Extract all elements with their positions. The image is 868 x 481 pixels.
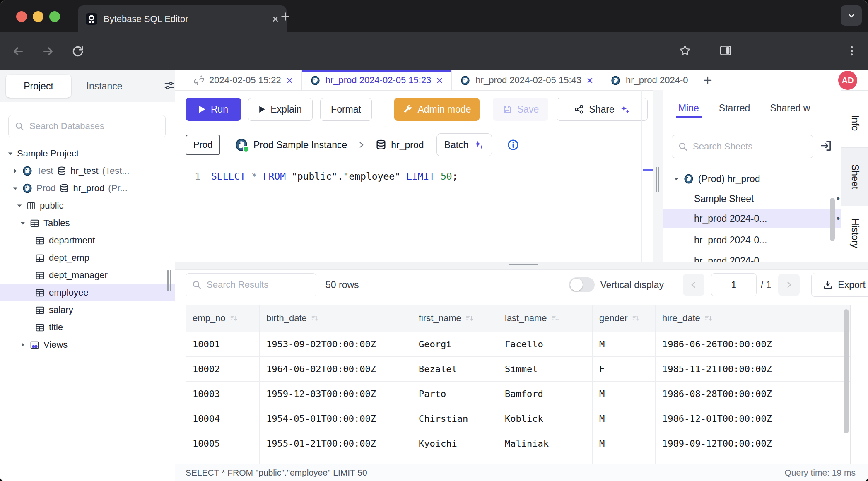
results-resize-divider[interactable]	[175, 262, 868, 270]
caret-right-icon[interactable]	[20, 342, 26, 348]
tab-mine[interactable]: Mine	[678, 103, 699, 114]
cell-emp-no[interactable]: 10005	[186, 431, 260, 456]
share-button[interactable]: Share	[557, 98, 648, 121]
cell-hire-date[interactable]: 1986-12-01T00:00:00Z	[656, 406, 812, 431]
tree-group-tables[interactable]: Tables	[0, 214, 195, 232]
table-row[interactable]: 10001 1953-09-02T00:00:00Z Georgi Facell…	[186, 332, 850, 357]
cell-last-name[interactable]: Simmel	[498, 357, 593, 381]
tab-project[interactable]: Project	[6, 75, 71, 98]
cell-last-name[interactable]: Koblick	[498, 406, 593, 431]
column-header-emp-no[interactable]: emp_no	[186, 305, 260, 332]
sql-editor-line[interactable]: 1 SELECT * FROM "public"."employee" LIMI…	[175, 168, 641, 185]
table-row[interactable]: 10006 1953-04-20T00:00:00Z Anneke Preusi…	[186, 456, 850, 464]
caret-down-icon[interactable]	[7, 151, 13, 156]
tree-item-hr-test[interactable]: Test hr_test (Test...	[0, 162, 187, 180]
table-row[interactable]: 10002 1964-06-02T00:00:00Z Bezalel Simme…	[186, 357, 850, 382]
sheet-item-4-clipped[interactable]: hr_prod 2024-0	[663, 251, 841, 262]
sheet-menu-icon[interactable]: •••	[837, 213, 841, 224]
window-zoom-button[interactable]	[49, 11, 60, 22]
tab-search-button[interactable]	[841, 5, 862, 26]
sheet-item-selected[interactable]: hr_prod 2024-0... •••	[663, 209, 841, 228]
cell-birth-date[interactable]: 1953-04-20T00:00:00Z	[260, 456, 412, 464]
cell-first-name[interactable]: Chirstian	[412, 406, 498, 431]
cell-gender[interactable]: F	[593, 456, 656, 464]
sheet-tab-2-active[interactable]: hr_prod 2024-02-05 15:23	[302, 70, 452, 90]
cell-last-name[interactable]: Maliniak	[498, 431, 593, 456]
table-row[interactable]: 10003 1959-12-03T00:00:00Z Parto Bamford…	[186, 382, 850, 406]
export-button[interactable]: Export	[811, 273, 868, 297]
cell-first-name[interactable]: Parto	[412, 382, 498, 406]
reload-icon[interactable]	[71, 45, 84, 58]
cell-gender[interactable]: M	[593, 332, 656, 356]
caret-down-icon[interactable]	[17, 203, 22, 209]
table-row[interactable]: 10004 1954-05-01T00:00:00Z Chirstian Kob…	[186, 406, 850, 431]
cell-hire-date[interactable]: 1986-06-26T00:00:00Z	[656, 332, 812, 356]
caret-down-icon[interactable]	[12, 185, 18, 191]
sheet-tab-3[interactable]: hr_prod 2024-02-05 15:43	[452, 70, 602, 90]
column-header-first-name[interactable]: first_name	[412, 305, 498, 332]
cell-emp-no[interactable]: 10003	[186, 382, 260, 406]
cell-birth-date[interactable]: 1953-09-02T00:00:00Z	[260, 332, 412, 356]
cell-first-name[interactable]: Bezalel	[412, 357, 498, 381]
browser-menu-icon[interactable]	[846, 45, 858, 57]
user-avatar[interactable]: AD	[838, 71, 857, 90]
cell-hire-date[interactable]: 1989-06-02T00:00:00Z	[656, 456, 812, 464]
close-icon[interactable]	[586, 77, 593, 84]
side-tab-info[interactable]: Info	[841, 99, 868, 147]
save-button[interactable]: Save	[493, 98, 548, 121]
format-button[interactable]: Format	[320, 98, 372, 121]
sheet-item-3[interactable]: hr_prod 2024-0...	[663, 230, 841, 250]
tab-starred[interactable]: Starred	[719, 103, 750, 114]
browser-tab[interactable]: Bytebase SQL Editor	[78, 5, 287, 32]
side-tab-sheet[interactable]: Sheet	[841, 147, 868, 206]
cell-hire-date[interactable]: 1989-09-12T00:00:00Z	[656, 431, 812, 456]
window-minimize-button[interactable]	[33, 11, 43, 22]
tab-shared[interactable]: Shared w	[770, 103, 810, 114]
search-databases-input[interactable]: Search Databases	[8, 115, 166, 137]
cell-first-name[interactable]: Georgi	[412, 332, 498, 356]
sheet-tab-1[interactable]: 2024-02-05 15:22	[186, 70, 302, 90]
close-icon[interactable]	[286, 77, 293, 84]
column-header-birth-date[interactable]: birth_date	[260, 305, 412, 332]
window-close-button[interactable]	[16, 11, 27, 22]
cell-birth-date[interactable]: 1955-01-21T00:00:00Z	[260, 431, 412, 456]
table-row[interactable]: 10005 1955-01-21T00:00:00Z Kyoichi Malin…	[186, 431, 850, 456]
cell-last-name[interactable]: Preusig	[498, 456, 593, 464]
sheet-menu-icon[interactable]: •••	[837, 193, 841, 204]
close-icon[interactable]	[436, 77, 443, 84]
page-number-input[interactable]: 1	[711, 273, 757, 296]
admin-mode-button[interactable]: Admin mode	[394, 98, 480, 121]
back-icon[interactable]	[12, 45, 25, 58]
prev-page-button[interactable]	[683, 274, 704, 296]
tree-item-schema-public[interactable]: public	[0, 197, 191, 214]
tree-item-hr-prod[interactable]: Prod hr_prod (Pr...	[0, 180, 187, 197]
run-button[interactable]: Run	[186, 98, 241, 121]
sheet-list-scrollbar[interactable]	[830, 198, 835, 241]
forward-icon[interactable]	[41, 45, 55, 58]
cell-emp-no[interactable]: 10001	[186, 332, 260, 356]
cell-first-name[interactable]: Kyoichi	[412, 431, 498, 456]
filter-settings-icon[interactable]	[163, 80, 176, 92]
side-panel-icon[interactable]	[719, 44, 732, 57]
cell-gender[interactable]: M	[593, 431, 656, 456]
column-header-gender[interactable]: gender	[593, 305, 656, 332]
tab-close-icon[interactable]	[272, 15, 279, 23]
cell-gender[interactable]: M	[593, 382, 656, 406]
cell-last-name[interactable]: Bamford	[498, 382, 593, 406]
cell-gender[interactable]: F	[593, 357, 656, 381]
batch-button[interactable]: Batch	[436, 133, 492, 156]
cell-gender[interactable]: M	[593, 406, 656, 431]
sheet-item-sample-sheet[interactable]: Sample Sheet •••	[663, 189, 841, 209]
cell-birth-date[interactable]: 1954-05-01T00:00:00Z	[260, 406, 412, 431]
table-scrollbar[interactable]	[844, 309, 849, 433]
new-sheet-tab-button[interactable]	[702, 70, 714, 90]
cell-birth-date[interactable]: 1964-06-02T00:00:00Z	[260, 357, 412, 381]
bookmark-star-icon[interactable]	[678, 44, 692, 57]
caret-down-icon[interactable]	[673, 176, 679, 182]
instance-name[interactable]: Prod Sample Instance	[253, 139, 347, 151]
database-name[interactable]: hr_prod	[391, 139, 424, 151]
cell-last-name[interactable]: Facello	[498, 332, 593, 356]
cell-emp-no[interactable]: 10002	[186, 357, 260, 381]
cell-hire-date[interactable]: 1985-11-21T00:00:00Z	[656, 357, 812, 381]
column-header-hire-date[interactable]: hire_date	[656, 305, 812, 332]
